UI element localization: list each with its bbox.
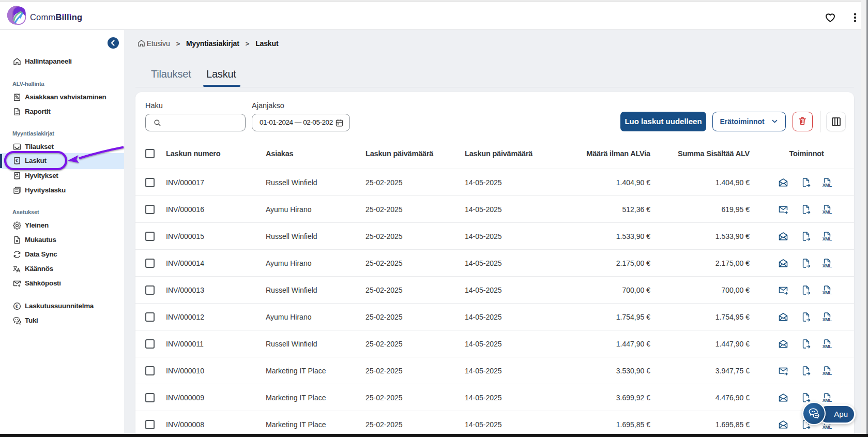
svg-text:€: € xyxy=(16,304,18,309)
